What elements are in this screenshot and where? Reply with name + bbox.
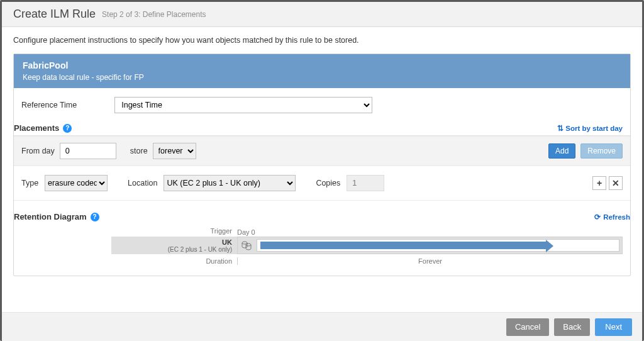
dialog-title-bar: Create ILM Rule Step 2 of 3: Define Plac… xyxy=(2,2,642,27)
sort-icon: ⇅ xyxy=(557,124,564,133)
remove-row-icon[interactable]: ✕ xyxy=(609,176,623,190)
placements-title: Placements ? xyxy=(14,123,72,133)
forever-arrow-icon xyxy=(546,240,553,252)
dialog-footer: Cancel Back Next xyxy=(2,313,642,341)
location-select[interactable]: UK (EC 2 plus 1 - UK only) xyxy=(164,175,296,191)
rule-name: FabricPool xyxy=(23,60,621,70)
svg-point-1 xyxy=(246,243,251,246)
dialog-step: Step 2 of 3: Define Placements xyxy=(102,10,206,19)
retention-diagram: Trigger Day 0 UK (EC 2 plus 1 - UK only) xyxy=(14,225,630,276)
store-field: store forever xyxy=(130,143,196,159)
refresh-link[interactable]: ⟳ Refresh xyxy=(594,213,630,221)
type-select[interactable]: erasure coded xyxy=(45,175,108,191)
day-0-label: Day 0 xyxy=(237,228,255,236)
retention-bar-track xyxy=(237,237,623,254)
copies-input xyxy=(347,175,384,191)
rule-header: FabricPool Keep data local rule - specif… xyxy=(14,54,630,88)
bar-info: UK (EC 2 plus 1 - UK only) xyxy=(111,237,237,254)
reference-time-row: Reference Time Ingest Time xyxy=(14,88,630,118)
duration-label: Duration xyxy=(111,257,237,265)
help-icon[interactable]: ? xyxy=(63,124,72,133)
copies-label: Copies xyxy=(316,179,340,187)
rule-panel: FabricPool Keep data local rule - specif… xyxy=(13,53,631,276)
from-day-field: From day xyxy=(21,143,116,159)
from-day-input[interactable] xyxy=(60,143,116,159)
refresh-icon: ⟳ xyxy=(594,213,601,221)
reference-time-label: Reference Time xyxy=(21,101,77,109)
retention-bar xyxy=(260,242,547,249)
rule-desc: Keep data local rule - specific for FP xyxy=(23,73,621,82)
placement-day-row: From day store forever Add Remove xyxy=(14,136,630,166)
from-day-label: From day xyxy=(21,147,55,155)
next-button[interactable]: Next xyxy=(595,318,632,336)
placements-header: Placements ? ⇅ Sort by start day xyxy=(14,118,630,136)
remove-button[interactable]: Remove xyxy=(580,143,623,159)
reference-time-select[interactable]: Ingest Time xyxy=(114,97,372,113)
retention-header: Retention Diagram ? ⟳ Refresh xyxy=(14,201,630,225)
rule-body: Reference Time Ingest Time Placements ? … xyxy=(14,88,630,276)
cancel-button[interactable]: Cancel xyxy=(506,318,549,336)
placement-detail-row: Type erasure coded Location UK (EC 2 plu… xyxy=(14,166,630,201)
back-button[interactable]: Back xyxy=(554,318,590,336)
duration-value: Forever xyxy=(237,257,623,265)
sort-by-start-day-link[interactable]: ⇅ Sort by start day xyxy=(557,124,623,133)
dialog-title: Create ILM Rule xyxy=(13,8,96,21)
retention-title: Retention Diagram ? xyxy=(14,212,99,221)
add-button[interactable]: Add xyxy=(548,143,575,159)
store-label: store xyxy=(130,147,148,155)
help-icon[interactable]: ? xyxy=(91,213,99,221)
dialog-create-ilm-rule: Create ILM Rule Step 2 of 3: Define Plac… xyxy=(0,0,644,341)
add-row-icon[interactable]: + xyxy=(592,176,606,190)
trigger-label: Trigger xyxy=(111,227,237,235)
intro-text: Configure placement instructions to spec… xyxy=(13,36,631,45)
type-label: Type xyxy=(21,179,38,187)
dialog-content: Configure placement instructions to spec… xyxy=(2,27,642,313)
store-select[interactable]: forever xyxy=(153,143,196,159)
location-label: Location xyxy=(128,179,157,187)
storage-icon xyxy=(240,239,253,252)
